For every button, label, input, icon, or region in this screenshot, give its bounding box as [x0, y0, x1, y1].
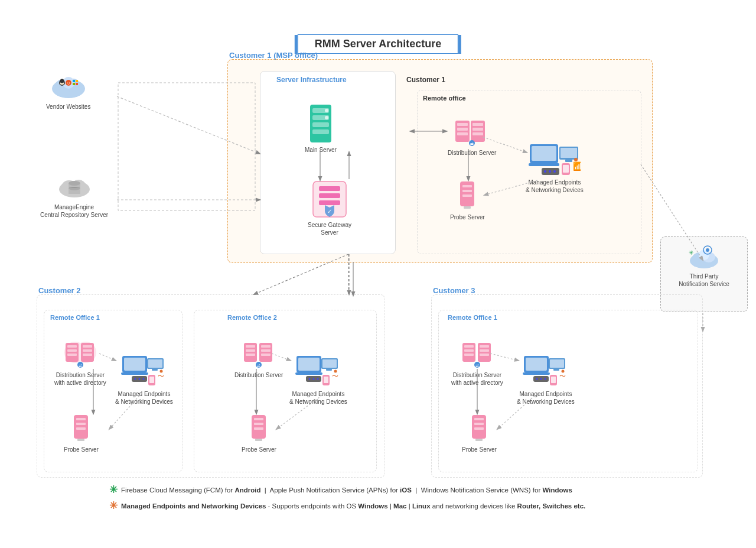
svg-rect-113: [254, 423, 263, 425]
main-server: Main Server: [305, 103, 337, 154]
third-party-notification: ✳ Third PartyNotification Service: [661, 243, 747, 288]
svg-rect-150: [553, 369, 559, 371]
svg-rect-137: [480, 354, 489, 356]
secure-gateway-icon: ✓: [312, 180, 347, 219]
svg-rect-117: [298, 358, 320, 371]
c3r1-managed-endpoints: 〜 Managed Endpoints& Networking Devices: [517, 354, 575, 406]
vendor-websites-icon: U: [50, 70, 87, 100]
svg-point-98: [142, 378, 144, 380]
svg-point-127: [317, 378, 318, 380]
c3-remote1-label: Remote Office 1: [448, 314, 497, 321]
svg-rect-114: [254, 427, 263, 430]
svg-rect-77: [83, 345, 92, 348]
svg-rect-54: [565, 160, 572, 162]
svg-rect-32: [319, 200, 340, 205]
svg-rect-102: [246, 345, 255, 348]
svg-rect-25: [312, 122, 329, 127]
svg-rect-141: [474, 418, 484, 420]
third-party-icon: ✳: [687, 243, 721, 270]
c2r1-probe-server: Probe Server: [64, 414, 99, 453]
svg-rect-75: [67, 354, 77, 356]
svg-rect-94: [149, 377, 154, 383]
svg-rect-47: [462, 194, 472, 197]
c2r2-probe-label: Probe Server: [242, 446, 276, 453]
title-bar-right: [458, 35, 461, 54]
manage-engine-server: ManageEngineCentral Repository Server: [40, 171, 108, 219]
svg-text:✓: ✓: [327, 208, 332, 215]
svg-point-97: [138, 378, 140, 380]
svg-rect-12: [76, 83, 78, 85]
svg-point-156: [544, 378, 546, 380]
c1-managed-endpoints: 📶 Managed Endpoints& Networking Devices: [526, 142, 584, 194]
svg-rect-115: [255, 439, 262, 441]
c2r2-probe-server: Probe Server: [242, 414, 276, 453]
c1-probe-server: Probe Server: [450, 180, 485, 221]
vendor-websites: U Vendor Websites: [46, 70, 90, 111]
svg-rect-10: [76, 80, 78, 82]
svg-rect-133: [464, 354, 474, 356]
customer1-msp-label: Customer 1 (MSP office): [229, 51, 318, 60]
svg-text:〜: 〜: [332, 372, 338, 380]
c3r1-probe-server: Probe Server: [462, 414, 497, 453]
svg-text:〜: 〜: [158, 372, 164, 380]
svg-text:U: U: [67, 82, 70, 85]
svg-point-58: [544, 170, 546, 173]
svg-point-96: [134, 378, 136, 380]
svg-rect-106: [261, 345, 271, 348]
legend-orange-asterisk: ✳: [109, 500, 118, 512]
svg-point-126: [312, 378, 314, 380]
svg-rect-147: [523, 372, 550, 375]
svg-point-68: [706, 248, 709, 252]
svg-rect-11: [73, 83, 75, 85]
customer2-label: Customer 2: [38, 286, 81, 295]
svg-rect-88: [124, 358, 145, 371]
c1-distribution-server-label: Distribution Server: [448, 149, 496, 157]
svg-point-155: [540, 378, 542, 380]
svg-rect-74: [67, 349, 77, 352]
c2r2-distribution-server: ⇌ Distribution Server: [234, 339, 283, 379]
svg-rect-142: [474, 423, 484, 425]
svg-point-60: [553, 170, 556, 173]
manage-engine-icon: [56, 171, 93, 201]
c3r1-managed-endpoints-label: Managed Endpoints& Networking Devices: [517, 390, 575, 406]
svg-text:⇌: ⇌: [79, 364, 82, 368]
svg-text:⇌: ⇌: [475, 364, 479, 368]
svg-point-125: [308, 378, 310, 380]
svg-rect-56: [563, 165, 569, 173]
svg-rect-73: [67, 345, 77, 348]
main-server-icon: [305, 103, 336, 144]
svg-rect-135: [480, 345, 489, 348]
svg-rect-79: [83, 354, 92, 356]
svg-rect-9: [73, 80, 75, 82]
c1-distribution-server-icon: ⇌: [454, 118, 490, 147]
svg-point-100: [159, 370, 162, 373]
legend-line2-text: Managed Endpoints and Networking Devices…: [121, 502, 585, 510]
svg-rect-107: [261, 349, 271, 352]
svg-rect-112: [254, 418, 263, 420]
secure-gateway-server: ✓ Secure Gateway Server: [300, 180, 359, 236]
svg-rect-83: [76, 418, 86, 420]
c2r2-managed-endpoints-label: Managed Endpoints& Networking Devices: [289, 390, 347, 406]
third-party-label: Third PartyNotification Service: [679, 273, 729, 288]
svg-rect-89: [121, 372, 148, 375]
legend-line1: ✳ Firebase Cloud Messaging (FCM) for And…: [109, 484, 641, 496]
c2r2-distribution-label: Distribution Server: [234, 371, 283, 379]
svg-rect-143: [474, 427, 484, 430]
server-infra-label: Server Infrastructure: [276, 76, 347, 84]
c1-managed-endpoints-label: Managed Endpoints& Networking Devices: [526, 179, 584, 194]
svg-text:〜: 〜: [559, 372, 566, 380]
svg-point-154: [536, 378, 537, 380]
svg-point-158: [561, 370, 564, 373]
svg-rect-48: [464, 206, 471, 209]
svg-point-6: [60, 79, 64, 83]
c2r1-managed-endpoints-label: Managed Endpoints& Networking Devices: [115, 390, 173, 406]
svg-point-62: [574, 158, 578, 161]
svg-rect-46: [462, 190, 472, 192]
c2r1-distribution-server: ⇌ Distribution Serverwith active directo…: [54, 339, 106, 387]
c2r1-distribution-label: Distribution Serverwith active directory: [54, 371, 106, 387]
svg-text:⇌: ⇌: [257, 364, 260, 368]
svg-rect-41: [472, 132, 483, 135]
c1-distribution-server: ⇌ Distribution Server: [448, 118, 496, 157]
svg-point-59: [549, 170, 551, 173]
svg-rect-39: [472, 123, 483, 126]
